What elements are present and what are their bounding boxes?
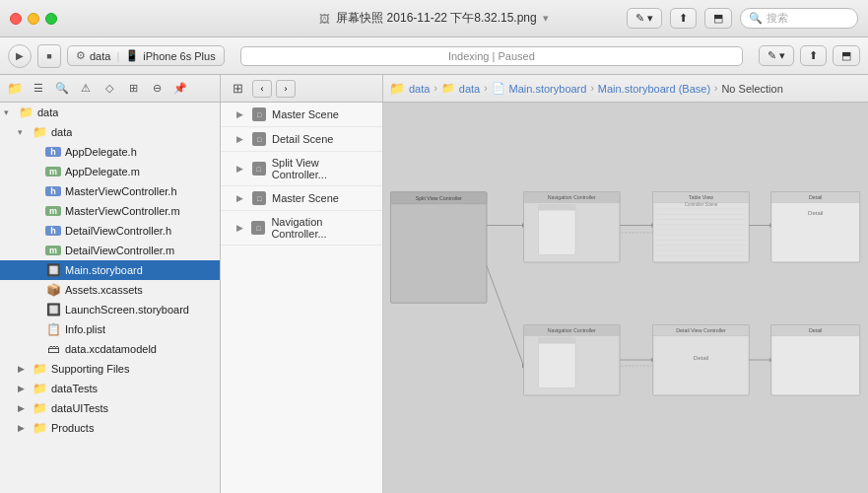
separator-icon: | [116, 50, 119, 62]
titlebar-center: 🖼 屏幕快照 2016-11-22 下午8.32.15.png ▾ [319, 10, 548, 27]
scene-label: Master Scene [272, 192, 339, 204]
sidebar-item-detailviewcontroller.h[interactable]: hDetailViewController.h [0, 221, 220, 241]
file-icon: 📁 [32, 401, 47, 415]
svg-text:Navigation Controller: Navigation Controller [548, 327, 596, 333]
sidebar-item-info.plist[interactable]: 📋Info.plist [0, 319, 220, 339]
scene-item-split-view-controller[interactable]: ▶□Split View Controller... [221, 152, 382, 186]
sidebar-item-datatests[interactable]: ▶📁dataTests [0, 379, 220, 398]
sidebar-item-data.xcdatamodeld[interactable]: 🗃data.xcdatamodeld [0, 339, 220, 359]
scene-item-master-scene-1[interactable]: ▶□Master Scene [221, 103, 382, 127]
file-icon: 🔲 [45, 303, 61, 317]
toolbar-archive-icon: ⬒ [841, 49, 851, 62]
sidebar-item-label: AppDelegate.h [65, 146, 137, 158]
sidebar-item-label: LaunchScreen.storyboard [65, 304, 189, 316]
scenes-forward-button[interactable]: › [276, 80, 296, 98]
storyboard-canvas: Split View Controller Navigation Control… [383, 103, 868, 493]
close-button[interactable] [10, 13, 22, 25]
indexing-label: Indexing | Paused [448, 50, 535, 62]
file-icon: h [45, 147, 61, 157]
grid-nav-icon[interactable]: ⊞ [122, 78, 144, 100]
sidebar-item-assets.xcassets[interactable]: 📦Assets.xcassets [0, 280, 220, 300]
svg-text:Split View Controller: Split View Controller [416, 195, 462, 201]
sidebar-item-label: data.xcdatamodeld [65, 343, 157, 355]
breadcrumb-data2[interactable]: data [459, 83, 480, 95]
maximize-button[interactable] [45, 13, 57, 25]
bookmark-nav-icon[interactable]: ◇ [99, 78, 120, 100]
search-bar[interactable]: 🔍 搜索 [740, 8, 858, 29]
scenes-back-button[interactable]: ‹ [252, 80, 272, 98]
editor-pen-chevron: ▾ [779, 49, 785, 62]
search-nav-icon[interactable]: 🔍 [51, 78, 73, 100]
sidebar-item-main.storyboard[interactable]: 🔲Main.storyboard [0, 260, 220, 280]
stop-icon: ■ [46, 51, 51, 61]
scene-item-detail-scene[interactable]: ▶□Detail Scene [221, 127, 382, 152]
scene-type-icon: □ [252, 107, 266, 121]
file-icon: 📦 [45, 283, 61, 297]
scene-label: Split View Controller... [272, 157, 374, 180]
breadcrumb-data1[interactable]: data [409, 83, 430, 95]
scheme-selector[interactable]: ⚙ data | 📱 iPhone 6s Plus [67, 45, 225, 66]
scene-item-navigation-controller[interactable]: ▶□Navigation Controller... [221, 211, 382, 246]
svg-line-5 [487, 266, 524, 366]
traffic-lights [10, 13, 57, 25]
svg-text:Detail: Detail [808, 210, 823, 216]
sidebar-item-data-folder[interactable]: ▾📁data [0, 122, 220, 142]
upload-button[interactable]: ⬆ [670, 8, 697, 29]
pin-nav-icon[interactable]: 📌 [169, 78, 191, 100]
sidebar-item-masterviewcontroller.h[interactable]: hMasterViewController.h [0, 181, 220, 201]
editor-pen-button[interactable]: ✎ ▾ [759, 45, 794, 66]
canvas-area[interactable]: Split View Controller Navigation Control… [383, 103, 868, 493]
sidebar-item-appdelegate.m[interactable]: mAppDelegate.m [0, 162, 220, 181]
sidebar-item-label: dataTests [51, 383, 98, 394]
stop-button[interactable]: ■ [37, 44, 61, 68]
sidebar-item-detailviewcontroller.m[interactable]: mDetailViewController.m [0, 241, 220, 260]
sidebar-item-data-root[interactable]: ▾📁data [0, 103, 220, 122]
sidebar-item-label: Supporting Files [51, 363, 130, 375]
folder-nav-icon[interactable]: 📁 [4, 78, 26, 100]
file-icon: 📁 [32, 421, 47, 435]
breadcrumb: 📁 data › 📁 data › 📄 Main.storyboard › Ma… [383, 75, 868, 102]
sidebar: ▾📁data▾📁datahAppDelegate.hmAppDelegate.m… [0, 103, 221, 493]
toolbar-share-button[interactable]: ⬆ [800, 45, 827, 66]
pen-button[interactable]: ✎ ▾ [627, 8, 662, 29]
warning-nav-icon[interactable]: ⚠ [75, 78, 97, 100]
list-nav-icon[interactable]: ☰ [28, 78, 49, 100]
svg-text:Detail: Detail [694, 355, 708, 361]
minimize-button[interactable] [28, 13, 39, 25]
sidebar-item-datauitests[interactable]: ▶📁dataUITests [0, 398, 220, 418]
file-icon: 📁 [32, 382, 47, 395]
breadcrumb-base[interactable]: Main.storyboard (Base) [598, 83, 710, 95]
sidebar-item-label: data [37, 106, 58, 118]
main-content: ▾📁data▾📁datahAppDelegate.hmAppDelegate.m… [0, 103, 868, 493]
svg-rect-11 [539, 205, 576, 211]
nav-toolbar: 📁 ☰ 🔍 ⚠ ◇ ⊞ ⊖ 📌 ⊞ ‹ › 📁 data › 📁 data › … [0, 75, 868, 103]
upload-icon: ⬆ [679, 12, 688, 25]
archive-button[interactable]: ⬒ [704, 8, 732, 29]
sidebar-item-label: DetailViewController.m [65, 245, 174, 256]
editor-pen-icon: ✎ [768, 49, 776, 62]
scene-item-master-scene-2[interactable]: ▶□Master Scene [221, 186, 382, 211]
toolbar-right: ✎ ▾ ⬆ ⬒ [759, 45, 860, 66]
sidebar-item-appdelegate.h[interactable]: hAppDelegate.h [0, 142, 220, 162]
sidebar-item-products[interactable]: ▶📁Products [0, 418, 220, 438]
device-icon: 📱 [125, 49, 139, 62]
scenes-panel: ▶□Master Scene▶□Detail Scene▶□Split View… [221, 103, 383, 493]
titlebar-chevron[interactable]: ▾ [543, 12, 549, 25]
breadcrumb-storyboard-icon: 📄 [492, 82, 505, 95]
scene-type-icon: □ [252, 191, 266, 205]
file-icon: 📋 [45, 322, 61, 336]
sidebar-item-supporting-files[interactable]: ▶📁Supporting Files [0, 359, 220, 379]
titlebar-title: 屏幕快照 2016-11-22 下午8.32.15.png [336, 10, 536, 27]
breadcrumb-folder-icon2: 📁 [441, 82, 455, 95]
breadcrumb-main-storyboard[interactable]: Main.storyboard [509, 83, 587, 95]
sidebar-item-launchscreen.storyboard[interactable]: 🔲LaunchScreen.storyboard [0, 300, 220, 319]
svg-text:Detail View Controller: Detail View Controller [676, 327, 726, 333]
toolbar-archive-button[interactable]: ⬒ [833, 45, 860, 66]
grid-view-icon[interactable]: ⊞ [227, 78, 248, 100]
svg-text:Detail: Detail [809, 194, 822, 200]
archive-icon: ⬒ [713, 12, 723, 25]
scene-disclosure-icon: ▶ [236, 223, 245, 233]
sidebar-item-masterviewcontroller.m[interactable]: mMasterViewController.m [0, 201, 220, 221]
run-button[interactable]: ▶ [8, 44, 32, 68]
history-nav-icon[interactable]: ⊖ [146, 78, 167, 100]
